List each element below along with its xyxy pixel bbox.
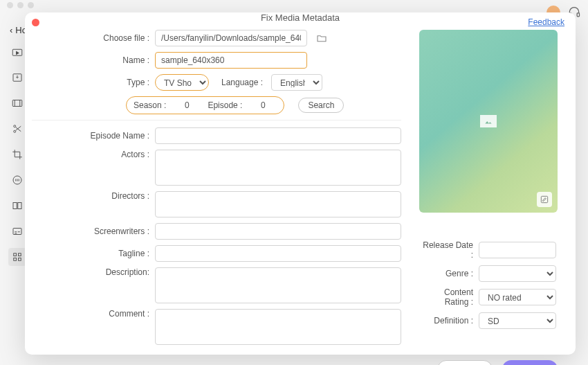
sidebar-item-download[interactable] xyxy=(8,69,26,87)
chevron-left-icon: ‹ xyxy=(10,25,12,35)
content-rating-label: Content Rating : xyxy=(419,287,479,307)
description-input[interactable] xyxy=(155,267,401,303)
name-label: Name : xyxy=(32,55,155,65)
episode-label: Episode : xyxy=(208,100,242,110)
definition-label: Definition : xyxy=(419,316,479,326)
modal-header: Fix Media Metadata Feedback xyxy=(25,12,576,23)
row-actors: Actors : xyxy=(32,150,401,186)
svg-rect-4 xyxy=(12,100,22,107)
modal: Fix Media Metadata Feedback Choose file … xyxy=(25,12,576,355)
row-choose-file: Choose file : xyxy=(32,30,401,46)
row-content-rating: Content Rating : NO rated xyxy=(419,287,558,307)
modal-title: Fix Media Metadata xyxy=(261,12,340,23)
close-icon[interactable] xyxy=(32,19,39,26)
sidebar-item-apps[interactable] xyxy=(8,248,26,266)
row-genre: Genre : xyxy=(419,265,558,282)
row-episode-name: Episode Name : xyxy=(32,127,401,144)
edit-poster-icon[interactable] xyxy=(537,192,552,207)
directors-label: Directors : xyxy=(32,191,155,201)
actors-input[interactable] xyxy=(155,150,401,186)
sidebar-item-cut[interactable] xyxy=(8,120,26,138)
feedback-link[interactable]: Feedback xyxy=(528,17,564,27)
language-label: Language : xyxy=(213,78,267,87)
svg-rect-1 xyxy=(577,13,579,17)
svg-rect-14 xyxy=(19,258,21,261)
tagline-input[interactable] xyxy=(155,245,401,262)
svg-rect-13 xyxy=(14,258,17,261)
svg-rect-12 xyxy=(19,253,21,256)
right-column: Release Date : Genre : Content Rating : … xyxy=(419,30,558,350)
traffic-light-dot xyxy=(17,2,24,8)
season-episode-pill: Season : Episode : xyxy=(126,96,284,114)
row-screenwriters: Screenwriters : xyxy=(32,223,401,240)
description-label: Description: xyxy=(32,267,155,277)
row-name: Name : xyxy=(32,52,401,69)
choose-file-label: Choose file : xyxy=(32,33,155,43)
svg-rect-9 xyxy=(18,203,21,209)
right-form: Release Date : Genre : Content Rating : … xyxy=(419,240,558,329)
modal-footer: Cancel Save xyxy=(25,350,576,365)
type-label: Type : xyxy=(32,78,155,87)
release-date-input[interactable] xyxy=(479,242,556,258)
content-rating-select[interactable]: NO rated xyxy=(479,289,556,305)
svg-point-6 xyxy=(14,125,16,127)
screenwriters-label: Screenwriters : xyxy=(32,226,155,236)
row-season-episode: Season : Episode : Search xyxy=(32,96,401,114)
sidebar-item-gif[interactable] xyxy=(8,171,26,189)
row-type-language: Type : TV Shows Language : English xyxy=(32,74,401,91)
episode-name-input[interactable] xyxy=(155,127,401,144)
row-directors: Directors : xyxy=(32,191,401,217)
episode-name-label: Episode Name : xyxy=(32,131,155,141)
folder-icon[interactable] xyxy=(315,32,328,44)
row-description: Description: xyxy=(32,267,401,303)
sidebar-item-crop[interactable] xyxy=(8,145,26,163)
image-icon xyxy=(480,115,497,127)
svg-rect-8 xyxy=(13,203,17,209)
sidebar-item-video[interactable] xyxy=(8,43,26,61)
choose-file-input[interactable] xyxy=(155,30,307,46)
sidebar-item-film[interactable] xyxy=(8,94,26,112)
screenwriters-input[interactable] xyxy=(155,223,401,240)
poster-thumbnail xyxy=(419,30,558,213)
svg-rect-10 xyxy=(13,229,21,235)
genre-select[interactable] xyxy=(479,265,556,282)
name-input[interactable] xyxy=(155,52,307,69)
divider xyxy=(32,120,401,121)
release-date-label: Release Date : xyxy=(419,240,479,260)
cancel-button[interactable]: Cancel xyxy=(437,360,493,365)
episode-input[interactable] xyxy=(249,99,277,112)
svg-rect-19 xyxy=(541,196,547,202)
directors-input[interactable] xyxy=(155,191,401,217)
comment-input[interactable] xyxy=(155,309,401,345)
season-input[interactable] xyxy=(173,99,201,112)
genre-label: Genre : xyxy=(419,269,479,278)
window-chrome xyxy=(0,0,588,10)
tagline-label: Tagline : xyxy=(32,249,155,258)
type-select[interactable]: TV Shows xyxy=(155,74,209,91)
sidebar-item-compare[interactable] xyxy=(8,197,26,215)
row-release-date: Release Date : xyxy=(419,240,558,260)
svg-rect-11 xyxy=(14,253,17,256)
definition-select[interactable]: SD xyxy=(479,312,556,329)
row-tagline: Tagline : xyxy=(32,245,401,262)
save-button[interactable]: Save xyxy=(502,360,558,365)
traffic-light-dot xyxy=(28,2,34,8)
svg-point-5 xyxy=(14,130,16,132)
comment-label: Comment : xyxy=(32,309,155,319)
row-comment: Comment : xyxy=(32,309,401,345)
row-definition: Definition : SD xyxy=(419,312,558,329)
season-label: Season : xyxy=(134,100,166,110)
search-button[interactable]: Search xyxy=(298,98,344,113)
sidebar-item-subtitle[interactable] xyxy=(8,222,26,240)
left-column: Choose file : Name : Type : TV Shows xyxy=(32,30,401,350)
language-select[interactable]: English xyxy=(271,74,322,91)
traffic-light-dot xyxy=(7,2,13,8)
actors-label: Actors : xyxy=(32,150,155,159)
